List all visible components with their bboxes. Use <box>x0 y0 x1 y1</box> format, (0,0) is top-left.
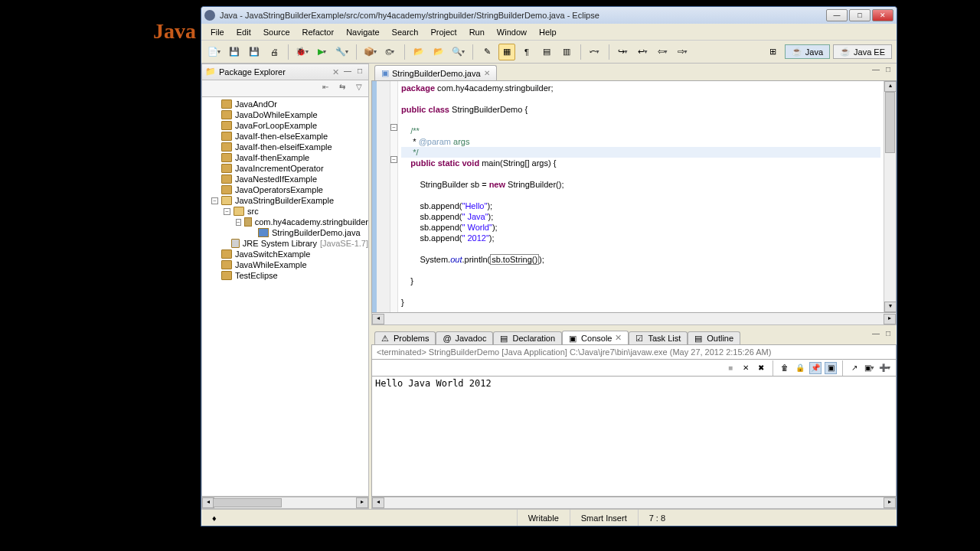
tree-item[interactable]: StringBuilderDemo.java <box>202 227 368 238</box>
toggle-mark-icon[interactable]: ✎ <box>479 44 495 60</box>
tab-declaration[interactable]: ▤Declaration <box>493 331 562 344</box>
scroll-left-icon[interactable]: ◂ <box>372 497 384 508</box>
fold-toggle-icon[interactable]: − <box>390 156 397 163</box>
external-tools-icon[interactable]: 🔧▼ <box>334 44 351 60</box>
expand-toggle-icon[interactable]: − <box>236 219 241 226</box>
terminate-icon[interactable]: ■ <box>724 362 737 374</box>
scroll-right-icon[interactable]: ▸ <box>884 314 896 324</box>
scroll-right-icon[interactable]: ▸ <box>356 497 368 508</box>
code-editor[interactable]: − − package com.hy4academy.stringbuilder… <box>371 80 897 313</box>
search-icon[interactable]: 🔍▼ <box>450 44 467 60</box>
back-icon[interactable]: ⇦▼ <box>655 44 671 60</box>
tab-outline[interactable]: ▤Outline <box>688 331 740 344</box>
tree-item[interactable]: JavaAndOr <box>202 99 368 109</box>
new-icon[interactable]: 📄▼ <box>206 44 223 60</box>
tree-item[interactable]: JavaForLoopExample <box>202 120 368 131</box>
print-icon[interactable]: 🖨 <box>266 44 283 60</box>
tree-item[interactable]: −src <box>202 206 368 217</box>
remove-all-icon[interactable]: ✖ <box>755 362 767 374</box>
tree-horizontal-scrollbar[interactable]: ◂ ▸ <box>201 497 369 509</box>
tree-item[interactable]: −JavaStringBuilderExample <box>202 195 368 206</box>
menu-project[interactable]: Project <box>424 25 462 39</box>
menu-file[interactable]: File <box>204 25 230 39</box>
new-class-icon[interactable]: ©▼ <box>382 44 399 60</box>
tree-item[interactable]: JavaSwitchExample <box>202 249 368 259</box>
fold-toggle-icon[interactable]: − <box>390 124 397 131</box>
scroll-up-icon[interactable]: ▴ <box>884 81 897 92</box>
scrollbar-thumb[interactable] <box>213 498 282 507</box>
tree-item[interactable]: TestEclipse <box>202 270 368 281</box>
menu-navigate[interactable]: Navigate <box>340 25 385 39</box>
maximize-editor-icon[interactable]: □ <box>883 65 893 76</box>
scroll-left-icon[interactable]: ◂ <box>372 314 384 324</box>
package-explorer-tree[interactable]: JavaAndOrJavaDoWhileExampleJavaForLoopEx… <box>201 97 369 497</box>
tree-item[interactable]: JavaIf-then-elseExample <box>202 131 368 142</box>
maximize-view-icon[interactable]: □ <box>883 329 893 340</box>
tree-item[interactable]: JRE System Library [JavaSE-1.7] <box>202 238 368 249</box>
tree-item[interactable]: JavaIf-thenExample <box>202 152 368 163</box>
maximize-button[interactable]: □ <box>849 9 871 21</box>
scroll-right-icon[interactable]: ▸ <box>884 497 896 508</box>
show-console-icon[interactable]: ▣ <box>825 362 837 374</box>
show-whitespace-icon[interactable]: ¶ <box>518 44 535 60</box>
tree-item[interactable]: −com.hy4academy.stringbuilder <box>202 217 368 227</box>
titlebar[interactable]: Java - JavaStringBuilderExample/src/com/… <box>201 7 897 24</box>
close-button[interactable]: ✕ <box>872 9 893 21</box>
code-content[interactable]: package com.hy4academy.stringbuilder; pu… <box>398 81 884 312</box>
debug-icon[interactable]: 🐞▼ <box>294 44 311 60</box>
menu-search[interactable]: Search <box>386 25 425 39</box>
minimize-view-icon[interactable]: — <box>342 67 353 77</box>
editor-horizontal-scrollbar[interactable]: ◂ ▸ <box>371 313 897 325</box>
prev-annotation-icon[interactable]: ↩▼ <box>635 44 652 60</box>
tree-item[interactable]: JavaIncrementOperator <box>202 163 368 174</box>
editor-tab-stringbuilderdemo[interactable]: ▣ StringBuilderDemo.java ✕ <box>374 65 497 80</box>
last-edit-icon[interactable]: ⤺▼ <box>586 44 603 60</box>
console-output[interactable]: Hello Java World 2012 <box>371 376 897 497</box>
tree-item[interactable]: JavaWhileExample <box>202 259 368 270</box>
view-menu-icon[interactable]: ▽ <box>353 83 365 95</box>
menu-edit[interactable]: Edit <box>230 25 257 39</box>
next-annotation-icon[interactable]: ↪▼ <box>615 44 632 60</box>
perspective-javaee[interactable]: ☕Java EE <box>833 44 892 59</box>
tree-item[interactable]: JavaDoWhileExample <box>202 109 368 120</box>
toggle-block-icon[interactable]: ▦ <box>498 44 515 60</box>
scroll-down-icon[interactable]: ▾ <box>884 302 897 312</box>
annotation-icon[interactable]: ▤ <box>538 44 555 60</box>
tree-item[interactable]: JavaOperatorsExample <box>202 184 368 195</box>
display-selected-icon[interactable]: ▣▼ <box>864 362 876 374</box>
folding-bar[interactable]: − − <box>390 81 398 312</box>
open-perspective-icon[interactable]: ⊞ <box>765 44 782 60</box>
menu-window[interactable]: Window <box>491 25 533 39</box>
annotation2-icon[interactable]: ▥ <box>558 44 575 60</box>
menu-source[interactable]: Source <box>257 25 296 39</box>
menu-help[interactable]: Help <box>533 25 563 39</box>
pin-console-icon[interactable]: 📌 <box>809 362 822 374</box>
menu-refactor[interactable]: Refactor <box>296 25 341 39</box>
collapse-all-icon[interactable]: ⇤ <box>319 83 332 95</box>
tab-console[interactable]: ▣Console ✕ <box>562 331 629 344</box>
tree-item[interactable]: JavaIf-then-elseifExample <box>202 142 368 152</box>
tree-item[interactable]: JavaNestedIfExample <box>202 174 368 184</box>
open-console-icon[interactable]: ↗ <box>848 362 861 374</box>
maximize-view-icon[interactable]: □ <box>354 67 365 77</box>
perspective-java[interactable]: ☕Java <box>785 44 830 59</box>
save-all-icon[interactable]: 💾 <box>246 44 263 60</box>
tab-problems[interactable]: ⚠Problems <box>374 331 436 344</box>
expand-toggle-icon[interactable]: − <box>224 208 230 215</box>
editor-vertical-scrollbar[interactable]: ▴ ▾ <box>884 81 896 312</box>
tab-tasklist[interactable]: ☑Task List <box>629 331 688 344</box>
open-type-icon[interactable]: 📂 <box>410 44 427 60</box>
scroll-lock-icon[interactable]: 🔒 <box>794 362 806 374</box>
close-tab-icon[interactable]: ✕ <box>484 69 490 77</box>
minimize-editor-icon[interactable]: — <box>871 65 881 76</box>
forward-icon[interactable]: ⇨▼ <box>675 44 691 60</box>
minimize-button[interactable]: — <box>826 9 848 21</box>
new-console-icon[interactable]: ➕▼ <box>879 362 891 374</box>
close-view-icon[interactable]: ✕ <box>332 67 339 77</box>
new-package-icon[interactable]: 📦▼ <box>362 44 379 60</box>
clear-console-icon[interactable]: 🗑 <box>779 362 791 374</box>
minimize-view-icon[interactable]: — <box>871 329 881 340</box>
run-icon[interactable]: ▶▼ <box>314 44 331 60</box>
save-icon[interactable]: 💾 <box>226 44 243 60</box>
link-editor-icon[interactable]: ⇆ <box>336 83 348 95</box>
